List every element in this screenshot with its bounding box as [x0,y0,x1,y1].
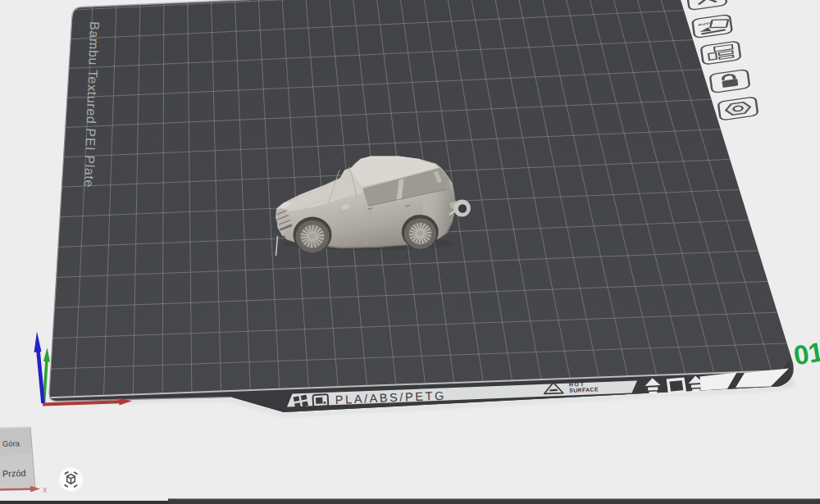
svg-text:SURFACE: SURFACE [569,386,599,393]
svg-text:Góra: Góra [2,438,20,448]
svg-text:01: 01 [791,336,820,370]
svg-text:x: x [43,484,48,494]
svg-text:Przód: Przód [2,468,26,479]
